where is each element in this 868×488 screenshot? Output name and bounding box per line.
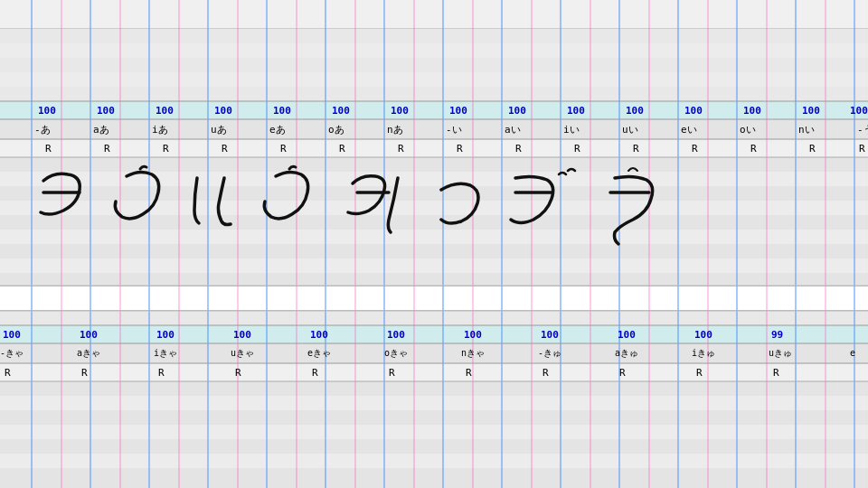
row-band-5 — [0, 87, 868, 101]
grid-bot-3 — [0, 410, 868, 425]
grid-bot-1 — [0, 381, 868, 396]
grid-mid-3 — [0, 186, 868, 201]
grid-bot-4 — [0, 425, 868, 439]
label-row-top — [0, 119, 868, 139]
row-band-4 — [0, 72, 868, 87]
num-row-top — [0, 101, 868, 119]
row-band-2 — [0, 43, 868, 58]
grid-mid-7 — [0, 244, 868, 258]
num-row-bottom — [0, 325, 868, 343]
grid-bot-5 — [0, 439, 868, 454]
grid-mid-1 — [0, 157, 868, 172]
grid-mid-6 — [0, 230, 868, 244]
r-row-bottom — [0, 363, 868, 381]
r-row-top — [0, 139, 868, 157]
grid-bot-7 — [0, 468, 868, 488]
grid-mid-9 — [0, 273, 868, 286]
bottom-pre-num — [0, 311, 868, 325]
row-band-3 — [0, 58, 868, 72]
label-row-bottom — [0, 343, 868, 363]
grid-bot-2 — [0, 396, 868, 410]
grid-mid-4 — [0, 201, 868, 215]
top-band — [0, 0, 868, 29]
grid-mid-2 — [0, 172, 868, 186]
row-band-1 — [0, 29, 868, 43]
grid-mid-8 — [0, 258, 868, 273]
grid-bot-6 — [0, 454, 868, 468]
grid-mid-5 — [0, 215, 868, 230]
separator-band — [0, 286, 868, 311]
